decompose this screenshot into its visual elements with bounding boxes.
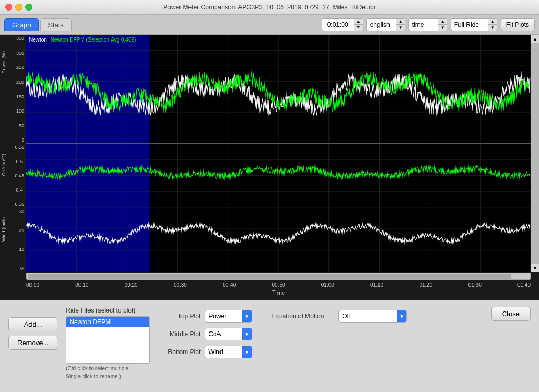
remove-button[interactable]: Remove... [8,336,57,350]
top-y-50: 50 [19,123,26,128]
top-plot-value: Power [205,311,242,321]
ride-range-select[interactable]: Full Ride ▲ ▼ [451,18,497,31]
bot-y-0: 0- [0,266,26,271]
tab-graph[interactable]: Graph [4,18,39,31]
mid-y-title: CdA (m^2) [1,154,6,176]
bottom-panel: Add... Remove... Ride Files (select to p… [0,300,539,392]
top-y-150: 150 [16,94,26,99]
middle-plot-dropdown-arrow[interactable]: ▼ [242,328,252,340]
toolbar: Graph Stats ▲ ▼ english ▲ ▼ time ▲ ▼ [0,15,539,35]
close-button[interactable]: Close [491,307,531,321]
ride-range-down[interactable]: ▼ [488,25,497,31]
window-title: Power Meter Comparison: APG3P3_10_06_201… [163,4,376,11]
tick-0120: 01:20 [419,282,432,288]
middle-plot-select[interactable]: CdA ▼ [205,328,252,340]
title-bar: Power Meter Comparison: APG3P3_10_06_201… [0,0,539,15]
main-graph-area: 350 Power (W) 300 250 200 150 100 [0,35,539,300]
ride-range-up[interactable]: ▲ [488,19,497,25]
ride-files-label: Ride Files (select to plot) [66,307,150,314]
maximize-dot[interactable] [25,4,32,11]
top-plot-select[interactable]: Power ▼ [205,310,252,323]
xaxis-value: time [409,19,438,30]
bot-y-10: 10 [0,247,26,252]
top-y-300: 300 [16,51,26,56]
eq-motion-select[interactable]: Off ▼ [338,310,407,323]
bottom-plot-select[interactable]: Wind ▼ [205,346,252,358]
traffic-lights [5,4,32,11]
graph-body: 350 Power (W) 300 250 200 150 100 [0,35,539,272]
h-scrollbar[interactable] [26,273,531,280]
tick-0050: 00:50 [272,282,285,288]
y-axis-column: 350 Power (W) 300 250 200 150 100 [0,35,26,272]
file-buttons: Add... Remove... [8,307,57,350]
mid-y-04: 0.4- [0,187,26,193]
ride-range-value: Full Ride [451,19,488,30]
fit-plots-button[interactable]: Fit Plots [501,18,535,31]
xaxis-select[interactable]: time ▲ ▼ [408,18,447,31]
tab-group: Graph Stats [4,18,72,31]
legend-dfpm: Newton DFPM (Selection Avg 0.409) [51,37,136,43]
units-down[interactable]: ▼ [396,25,405,31]
plot-settings: Top Plot Power ▼ Middle Plot CdA ▼ Botto… [158,307,252,358]
top-y-350: 350 [16,36,26,41]
top-y-200: 200 [16,79,26,85]
scroll-up-button[interactable]: ▲ [531,35,539,43]
tick-0100: 01:00 [321,282,334,288]
units-select[interactable]: english ▲ ▼ [366,18,405,31]
units-arrows: ▲ ▼ [396,19,405,31]
legend-newton: Newton [29,37,47,43]
scroll-track[interactable] [531,43,539,264]
tick-0140: 01:40 [517,282,531,288]
xaxis-up[interactable]: ▲ [438,19,447,25]
ride-files-list[interactable]: Newton DFPM [66,316,150,364]
middle-plot-label: Middle Plot [158,330,201,338]
tab-stats[interactable]: Stats [40,18,72,31]
top-y-250: 250 [16,65,26,70]
top-plot-dropdown-arrow[interactable]: ▼ [242,310,252,322]
middle-plot-row: Middle Plot CdA ▼ [158,328,252,340]
tick-0010: 00:10 [75,282,88,288]
tick-0020: 00:20 [125,282,138,288]
eq-motion-value: Off [339,311,397,321]
eq-row: Equation of Motion Off ▼ [271,310,407,323]
h-scrollbar-thumb[interactable] [28,274,511,279]
bot-y-title: Wind (mi/h) [1,217,6,242]
units-value: english [367,19,396,30]
time-axis-inner: 00:00 00:10 00:20 00:30 00:40 00:50 01:0… [26,280,531,300]
bottom-plot-value: Wind [205,347,242,357]
mid-y-055: 0.55 [0,145,26,150]
add-button[interactable]: Add... [8,317,57,331]
mid-y-labels: CdA (m^2) 0.55 0.5- 0.45 0.4- 0.35 [0,144,26,208]
tick-0110: 01:10 [370,282,383,288]
bot-y-labels: Wind (mi/h) 30 20 10 0- [0,208,26,272]
toolbar-controls: ▲ ▼ english ▲ ▼ time ▲ ▼ Full Ride ▲ ▼ [322,18,535,31]
bottom-plot-label: Bottom Plot [158,348,201,356]
right-scrollbar[interactable]: ▲ ▼ [531,35,539,272]
eq-motion-dropdown-arrow[interactable]: ▼ [397,310,406,322]
equation-section: Equation of Motion Off ▼ [271,307,407,323]
time-down-arrow[interactable]: ▼ [354,25,363,31]
tick-0030: 00:30 [174,282,187,288]
time-up-arrow[interactable]: ▲ [354,19,363,25]
bot-y-30: 30 [0,209,26,214]
tick-0000: 00:00 [26,282,39,288]
minimize-dot[interactable] [15,4,22,11]
xaxis-down[interactable]: ▼ [438,25,447,31]
mid-y-035: 0.35 [0,202,26,207]
time-stepper[interactable]: ▲ ▼ [322,18,363,31]
units-up[interactable]: ▲ [396,19,405,25]
top-plot-legend: Newton Newton DFPM (Selection Avg 0.409) [29,37,136,43]
bottom-plot-dropdown-arrow[interactable]: ▼ [242,346,252,358]
scroll-down-button[interactable]: ▼ [531,264,539,272]
top-plot-label: Top Plot [158,313,201,320]
ride-files-hint-line2: Single-click to rename.) [66,374,150,379]
time-input[interactable] [322,19,354,30]
close-dot[interactable] [5,4,12,11]
close-section: Close [491,307,531,325]
top-y-100: 100 [16,108,26,114]
ride-file-item-selected[interactable]: Newton DFPM [66,317,149,327]
main-canvas[interactable] [26,35,531,272]
time-ticks-row: 00:00 00:10 00:20 00:30 00:40 00:50 01:0… [26,280,531,288]
plots-area: Newton Newton DFPM (Selection Avg 0.409) [26,35,531,272]
ride-files-hint-line1: (Ctrl-click to select multiple; [66,366,150,371]
